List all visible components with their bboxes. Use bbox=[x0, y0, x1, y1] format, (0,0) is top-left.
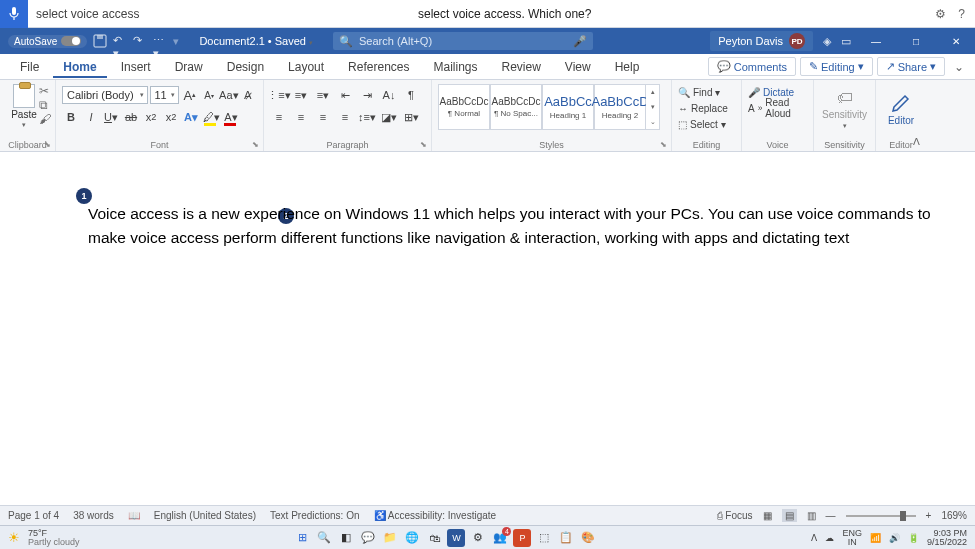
search-mic-icon[interactable]: 🎤 bbox=[573, 35, 587, 48]
increase-indent-button[interactable]: ⇥ bbox=[358, 86, 376, 104]
zoom-out-button[interactable]: — bbox=[826, 510, 836, 521]
weather-widget[interactable]: 75°F Partly cloudy bbox=[28, 529, 80, 547]
teams-icon[interactable]: 👥4 bbox=[491, 529, 509, 547]
tab-file[interactable]: File bbox=[10, 56, 49, 78]
word-count[interactable]: 38 words bbox=[73, 510, 114, 521]
line-spacing-button[interactable]: ↕≡▾ bbox=[358, 108, 376, 126]
styles-gallery-more[interactable]: ▴▾⌄ bbox=[646, 84, 660, 130]
zoom-level[interactable]: 169% bbox=[941, 510, 967, 521]
taskbar-search-icon[interactable]: 🔍 bbox=[315, 529, 333, 547]
show-marks-button[interactable]: ¶ bbox=[402, 86, 420, 104]
focus-mode-button[interactable]: ⎙ Focus bbox=[717, 510, 753, 521]
ribbon-options-button[interactable]: ⌄ bbox=[949, 60, 969, 74]
zoom-in-button[interactable]: + bbox=[926, 510, 932, 521]
text-predictions-indicator[interactable]: Text Predictions: On bbox=[270, 510, 359, 521]
align-center-button[interactable]: ≡ bbox=[292, 108, 310, 126]
change-case-button[interactable]: Aa▾ bbox=[220, 86, 238, 104]
bold-button[interactable]: B bbox=[62, 108, 80, 126]
app-icon-2[interactable]: 📋 bbox=[557, 529, 575, 547]
underline-button[interactable]: U▾ bbox=[102, 108, 120, 126]
battery-icon[interactable]: 🔋 bbox=[908, 533, 919, 543]
select-button[interactable]: ⬚ Select ▾ bbox=[678, 116, 735, 132]
text-effects-button[interactable]: A▾ bbox=[182, 108, 200, 126]
read-mode-icon[interactable]: ▦ bbox=[763, 510, 772, 521]
editor-button[interactable]: Editor bbox=[882, 84, 920, 134]
borders-button[interactable]: ⊞▾ bbox=[402, 108, 420, 126]
tray-chevron-icon[interactable]: ᐱ bbox=[811, 533, 817, 543]
qat-more-icon[interactable]: ⋯ ▾ bbox=[153, 34, 167, 48]
document-canvas[interactable]: 1 2 Voice access is a new experience on … bbox=[0, 152, 975, 505]
wifi-icon[interactable]: 📶 bbox=[870, 533, 881, 543]
format-painter-icon[interactable]: 🖌 bbox=[39, 112, 51, 124]
language-indicator[interactable]: English (United States) bbox=[154, 510, 256, 521]
settings-icon[interactable]: ⚙ bbox=[469, 529, 487, 547]
search-box[interactable]: 🔍 Search (Alt+Q) 🎤 bbox=[333, 32, 593, 50]
superscript-button[interactable]: x2 bbox=[162, 108, 180, 126]
onedrive-icon[interactable]: ☁ bbox=[825, 533, 834, 543]
tab-layout[interactable]: Layout bbox=[278, 56, 334, 78]
app-icon-3[interactable]: 🎨 bbox=[579, 529, 597, 547]
font-size-selector[interactable]: 11▾ bbox=[150, 86, 179, 104]
grow-font-button[interactable]: A▴ bbox=[181, 86, 198, 104]
style-no-spacing[interactable]: AaBbCcDc ¶ No Spac... bbox=[490, 84, 542, 130]
powerpoint-icon[interactable]: P bbox=[513, 529, 531, 547]
decrease-indent-button[interactable]: ⇤ bbox=[336, 86, 354, 104]
app-mode-icon[interactable]: ▭ bbox=[841, 35, 851, 48]
copy-icon[interactable]: ⧉ bbox=[39, 98, 51, 110]
numbering-button[interactable]: ≡▾ bbox=[292, 86, 310, 104]
voice-access-help-icon[interactable]: ? bbox=[958, 7, 965, 21]
style-normal[interactable]: AaBbCcDc ¶ Normal bbox=[438, 84, 490, 130]
task-view-icon[interactable]: ◧ bbox=[337, 529, 355, 547]
tab-design[interactable]: Design bbox=[217, 56, 274, 78]
maximize-button[interactable]: □ bbox=[901, 28, 931, 54]
align-right-button[interactable]: ≡ bbox=[314, 108, 332, 126]
cut-icon[interactable]: ✂ bbox=[39, 84, 51, 96]
dialog-launcher-icon[interactable]: ⬊ bbox=[420, 140, 427, 149]
dialog-launcher-icon[interactable]: ⬊ bbox=[660, 140, 667, 149]
language-indicator-taskbar[interactable]: ENGIN bbox=[842, 529, 862, 547]
italic-button[interactable]: I bbox=[82, 108, 100, 126]
file-explorer-icon[interactable]: 📁 bbox=[381, 529, 399, 547]
font-selector[interactable]: Calibri (Body)▾ bbox=[62, 86, 148, 104]
redo-icon[interactable]: ↷ bbox=[133, 34, 147, 48]
autosave-toggle[interactable]: AutoSave bbox=[8, 35, 87, 48]
document-title[interactable]: Document2.1 • Saved ▾ bbox=[199, 35, 313, 47]
tab-review[interactable]: Review bbox=[492, 56, 551, 78]
tab-view[interactable]: View bbox=[555, 56, 601, 78]
paste-button[interactable]: Paste ▾ bbox=[6, 84, 42, 129]
web-layout-icon[interactable]: ▥ bbox=[807, 510, 816, 521]
shrink-font-button[interactable]: A▾ bbox=[201, 86, 218, 104]
shading-button[interactable]: ◪▾ bbox=[380, 108, 398, 126]
subscript-button[interactable]: x2 bbox=[142, 108, 160, 126]
start-button[interactable]: ⊞ bbox=[293, 529, 311, 547]
share-button[interactable]: ↗ Share ▾ bbox=[877, 57, 945, 76]
document-body-text[interactable]: Voice access is a new experience on Wind… bbox=[88, 202, 945, 250]
close-button[interactable]: ✕ bbox=[941, 28, 971, 54]
diamond-icon[interactable]: ◈ bbox=[823, 35, 831, 48]
read-aloud-button[interactable]: A» Read Aloud bbox=[748, 100, 807, 116]
comments-button[interactable]: 💬 Comments bbox=[708, 57, 796, 76]
minimize-button[interactable]: — bbox=[861, 28, 891, 54]
zoom-slider[interactable] bbox=[846, 515, 916, 517]
save-icon[interactable] bbox=[93, 34, 107, 48]
tab-mailings[interactable]: Mailings bbox=[423, 56, 487, 78]
clock-widget[interactable]: 9:03 PM 9/15/2022 bbox=[927, 529, 967, 547]
dialog-launcher-icon[interactable]: ⬊ bbox=[44, 140, 51, 149]
align-left-button[interactable]: ≡ bbox=[270, 108, 288, 126]
print-layout-icon[interactable]: ▤ bbox=[782, 509, 797, 522]
justify-button[interactable]: ≡ bbox=[336, 108, 354, 126]
dialog-launcher-icon[interactable]: ⬊ bbox=[252, 140, 259, 149]
clear-formatting-button[interactable]: A̷ bbox=[240, 86, 257, 104]
user-account-button[interactable]: Peyton Davis PD bbox=[710, 31, 813, 51]
weather-icon[interactable]: ☀ bbox=[8, 530, 20, 545]
undo-icon[interactable]: ↶ ▾ bbox=[113, 34, 127, 48]
app-icon[interactable]: ⬚ bbox=[535, 529, 553, 547]
font-color-button[interactable]: A▾ bbox=[222, 108, 240, 126]
accessibility-indicator[interactable]: ♿ Accessibility: Investigate bbox=[374, 510, 497, 521]
edge-icon[interactable]: 🌐 bbox=[403, 529, 421, 547]
find-button[interactable]: 🔍 Find ▾ bbox=[678, 84, 735, 100]
spellcheck-icon[interactable]: 📖 bbox=[128, 510, 140, 521]
strikethrough-button[interactable]: ab bbox=[122, 108, 140, 126]
chat-icon[interactable]: 💬 bbox=[359, 529, 377, 547]
collapse-ribbon-icon[interactable]: ᐱ bbox=[913, 136, 920, 147]
